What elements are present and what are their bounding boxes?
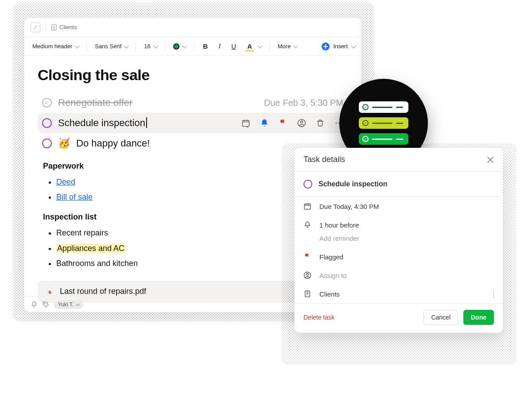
due-row[interactable]: Due Today, 4:30 PM [295,197,503,216]
item-text-highlighted: Appliances and AC [56,244,125,253]
cancel-button[interactable]: Cancel [423,310,458,325]
format-toolbar: Medium header Sans Serif 16 B I U A More [24,37,361,56]
flag-icon[interactable] [279,119,287,127]
more-label: More [278,43,291,50]
app-icon[interactable]: ⤢ [31,23,40,32]
flag-icon [303,253,311,261]
panel-title: Task details [303,155,345,164]
separator [136,42,136,51]
bell-add-icon[interactable] [31,301,38,308]
item-text: Bathrooms and kitchen [56,259,138,268]
highlight-color-select[interactable] [171,42,187,51]
add-reminder-row[interactable]: Add reminder [295,234,503,247]
close-icon[interactable] [487,156,494,163]
task-actions [241,119,343,127]
task-checkbox[interactable] [42,118,52,128]
check-icon [362,136,369,142]
pdf-icon [46,287,54,297]
attachment-name: Last round of repairs.pdf [60,287,146,296]
chevron-down-icon [182,43,187,48]
task-label: Schedule inspection [58,117,147,129]
font-size-select[interactable]: 16 [142,41,158,51]
panel-footer: Delete task Cancel Done [295,304,503,333]
chevron-down-icon [124,43,129,48]
assign-text: Assign to [319,272,347,279]
task-due: Due Feb 3, 5:30 PM [264,98,343,108]
trash-icon[interactable] [316,119,325,127]
done-button[interactable]: Done [463,310,494,325]
svg-point-3 [336,122,337,123]
tag-add-icon[interactable] [42,301,49,308]
task-details-panel: Task details Schedule inspection Due Tod… [295,148,503,333]
chevron-right-icon [493,290,494,298]
svg-point-9 [307,274,309,276]
chevron-down-icon [293,43,298,48]
underline-button[interactable]: U [229,42,239,51]
separator [46,23,46,31]
task-row-completed[interactable]: Renegotiate offer Due Feb 3, 5:30 PM [38,93,348,113]
more-format-select[interactable]: More [276,41,299,51]
party-emoji-icon: 🥳 [58,138,70,149]
bar-icon [372,107,392,108]
calendar-icon [303,202,311,210]
badge-strip [359,101,408,113]
insert-label: Insert [333,43,348,50]
bar-icon [396,139,403,140]
svg-rect-0 [243,120,249,126]
panel-task-row: Schedule inspection [295,172,503,197]
task-label: Do happy dance! [76,138,150,149]
chevron-down-icon [75,43,80,48]
user-name: Yuki T. [58,301,74,308]
task-checkbox[interactable] [42,139,52,148]
assign-icon [303,271,311,279]
assign-icon[interactable] [297,119,306,127]
chevron-down-icon [153,43,158,48]
bar-icon [396,123,403,124]
font-color-select[interactable]: A [243,40,263,53]
chevron-down-icon [351,43,356,48]
reminder-row[interactable]: 1 hour before [295,216,503,234]
bell-icon [303,221,311,229]
color-swatch-icon [173,43,179,50]
check-icon [362,104,369,110]
flag-row[interactable]: Flagged [295,247,503,266]
due-text: Due Today, 4:30 PM [319,203,379,210]
bell-icon[interactable] [260,119,269,127]
separator [194,42,194,51]
add-reminder-text: Add reminder [319,235,359,242]
calendar-icon[interactable] [241,119,250,127]
panel-header: Task details [295,148,503,171]
svg-rect-7 [304,204,311,209]
bar-icon [372,123,392,124]
svg-point-2 [301,121,303,123]
font-family-select[interactable]: Sans Serif [93,41,129,51]
delete-task-button[interactable]: Delete task [303,314,334,321]
badge-strip [359,117,408,129]
page-title: Closing the sale [38,66,348,84]
font-family-label: Sans Serif [95,43,121,50]
bar-icon [396,107,403,108]
plus-icon [322,42,330,50]
separator [269,42,270,51]
insert-button[interactable]: Insert [322,42,355,50]
bold-button[interactable]: B [200,42,211,51]
chevron-down-icon [258,43,263,48]
user-chip[interactable]: Yuki T. [54,300,83,309]
task-row-active[interactable]: Schedule inspection [38,113,348,133]
link-bill-of-sale[interactable]: Bill of sale [56,193,93,201]
assign-row[interactable]: Assign to [295,266,503,285]
task-checkbox[interactable] [42,98,52,108]
separator [86,42,87,51]
paragraph-style-select[interactable]: Medium header [31,41,80,51]
breadcrumb[interactable]: Clients [51,24,77,31]
item-text: Recent repairs [56,228,108,237]
task-checkbox[interactable] [303,180,312,189]
font-size-label: 16 [144,43,150,50]
notebook-row[interactable]: Clients [295,285,503,303]
notebook-icon [51,24,57,31]
link-deed[interactable]: Deed [56,177,75,186]
task-label: Renegotiate offer [58,97,132,108]
flag-text: Flagged [319,253,343,261]
paragraph-style-label: Medium header [32,43,72,50]
italic-button[interactable]: I [214,42,225,51]
